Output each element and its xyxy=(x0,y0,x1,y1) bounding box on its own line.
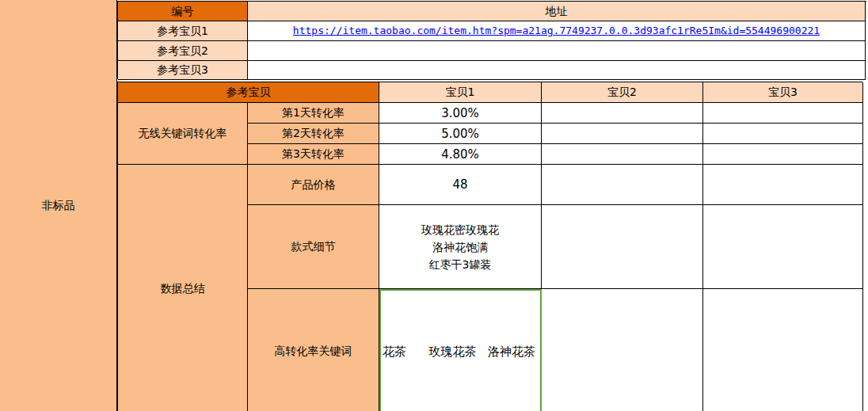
category-cell-nonstandard[interactable]: 非标品 xyxy=(0,0,117,411)
row-high-conversion-keywords-label: 高转化率关键词 xyxy=(275,344,352,358)
day2-conversion-baobei3-cell[interactable] xyxy=(703,124,863,144)
group-wireless-conversion-label: 无线关键词转化率 xyxy=(139,127,227,140)
day2-conversion-baobei1-value: 5.00% xyxy=(441,127,479,141)
style-details-baobei2-cell[interactable] xyxy=(542,205,703,289)
row-day3-conversion-label: 第3天转化率 xyxy=(282,147,345,161)
product-price-baobei1-value: 48 xyxy=(452,177,467,192)
analysis-table: 参考宝贝 宝贝1 宝贝2 宝贝3 无线关键词转化率 数据总结 第1天转化率 3.… xyxy=(117,82,862,411)
day1-conversion-baobei1-cell[interactable]: 3.00% xyxy=(379,103,542,124)
header-refbaobei-label: 参考宝贝 xyxy=(227,86,271,99)
header-address-label: 地址 xyxy=(546,5,568,18)
ref-item3-url-cell[interactable] xyxy=(248,61,866,80)
ref-item2-label-cell[interactable]: 参考宝贝2 xyxy=(118,41,248,61)
style-details-baobei1-value: 玫瑰花密玫瑰花 洛神花饱满 红枣干3罐装 xyxy=(421,221,499,273)
style-details-baobei3-cell[interactable] xyxy=(703,205,863,289)
day1-conversion-baobei3-cell[interactable] xyxy=(703,103,863,124)
group-data-summary-cell[interactable]: 数据总结 xyxy=(118,165,248,411)
day3-conversion-baobei1-cell[interactable]: 4.80% xyxy=(379,144,542,165)
day3-conversion-baobei3-cell[interactable] xyxy=(703,144,863,165)
ref-item2-label: 参考宝贝2 xyxy=(157,44,208,58)
day1-conversion-baobei1-value: 3.00% xyxy=(441,106,479,120)
header-baobei3-label: 宝贝3 xyxy=(768,86,798,99)
ref-item3-label: 参考宝贝3 xyxy=(157,63,208,77)
row-product-price-label-cell[interactable]: 产品价格 xyxy=(248,165,379,205)
day3-conversion-baobei2-cell[interactable] xyxy=(542,144,703,165)
ref-item2-url-cell[interactable] xyxy=(248,41,866,61)
row-day2-conversion-label: 第2天转化率 xyxy=(282,127,345,140)
row-day2-conversion-label-cell[interactable]: 第2天转化率 xyxy=(248,124,379,144)
high-conversion-keywords-baobei3-cell[interactable] xyxy=(703,289,863,411)
header-baobei3-cell[interactable]: 宝贝3 xyxy=(703,82,863,103)
reference-url-table: 编号 地址 参考宝贝1 https://item.taobao.com/item… xyxy=(117,1,866,79)
row-day1-conversion-label: 第1天转化率 xyxy=(282,106,345,120)
header-number-label: 编号 xyxy=(172,5,194,18)
product-price-baobei3-cell[interactable] xyxy=(703,165,863,205)
row-day3-conversion-label-cell[interactable]: 第3天转化率 xyxy=(248,144,379,165)
ref-item3-label-cell[interactable]: 参考宝贝3 xyxy=(118,61,248,80)
high-conversion-keywords-baobei1-value: 花茶 玫瑰花茶 洛神花茶 xyxy=(383,344,535,359)
product-price-baobei1-cell[interactable]: 48 xyxy=(379,165,542,205)
row-style-details-label-cell[interactable]: 款式细节 xyxy=(248,205,379,289)
row-product-price-label: 产品价格 xyxy=(291,178,336,192)
high-conversion-keywords-baobei1-cell[interactable]: 花茶 玫瑰花茶 洛神花茶 xyxy=(379,289,542,411)
group-data-summary-label: 数据总结 xyxy=(161,282,205,295)
header-baobei1-cell[interactable]: 宝贝1 xyxy=(379,82,542,103)
header-baobei2-cell[interactable]: 宝贝2 xyxy=(542,82,703,103)
header-baobei2-label: 宝贝2 xyxy=(607,86,637,99)
row-high-conversion-keywords-label-cell[interactable]: 高转化率关键词 xyxy=(248,289,379,411)
group-wireless-conversion-cell[interactable]: 无线关键词转化率 xyxy=(118,103,248,165)
header-number-cell[interactable]: 编号 xyxy=(118,2,248,21)
row-day1-conversion-label-cell[interactable]: 第1天转化率 xyxy=(248,103,379,124)
category-label: 非标品 xyxy=(42,199,75,213)
header-baobei1-label: 宝贝1 xyxy=(446,86,475,99)
ref-item1-url-cell[interactable]: https://item.taobao.com/item.htm?spm=a21… xyxy=(248,21,866,41)
day2-conversion-baobei1-cell[interactable]: 5.00% xyxy=(379,124,542,144)
ref-item1-label: 参考宝贝1 xyxy=(157,25,208,38)
header-address-cell[interactable]: 地址 xyxy=(248,2,866,21)
header-refbaobei-cell[interactable]: 参考宝贝 xyxy=(118,82,379,103)
ref-item1-label-cell[interactable]: 参考宝贝1 xyxy=(118,21,248,41)
style-details-baobei1-cell[interactable]: 玫瑰花密玫瑰花 洛神花饱满 红枣干3罐装 xyxy=(379,205,542,289)
row-style-details-label: 款式细节 xyxy=(291,240,336,253)
day3-conversion-baobei1-value: 4.80% xyxy=(441,147,479,162)
day1-conversion-baobei2-cell[interactable] xyxy=(542,103,703,124)
taobao-item-link[interactable]: https://item.taobao.com/item.htm?spm=a21… xyxy=(293,25,820,37)
product-price-baobei2-cell[interactable] xyxy=(542,165,703,205)
high-conversion-keywords-baobei2-cell[interactable] xyxy=(542,289,703,411)
day2-conversion-baobei2-cell[interactable] xyxy=(542,124,703,144)
